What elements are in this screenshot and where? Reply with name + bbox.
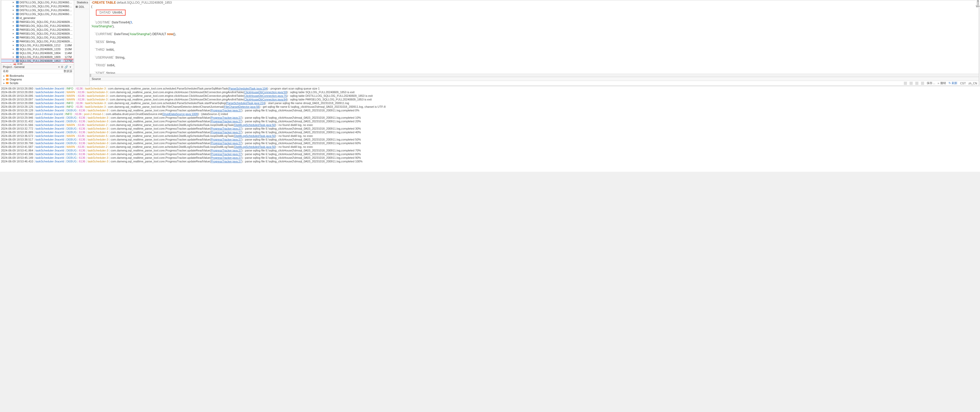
status-refresh-link[interactable]: ↻ 刷新	[948, 81, 958, 85]
tree-item[interactable]: ▸PARSELOG_SQLLOG_FULL20240609_1212	[1, 20, 74, 24]
tree-item[interactable]: ▸id_generator	[1, 16, 74, 20]
tab-ddl[interactable]: DDL	[74, 5, 89, 9]
editor-horizontal-scrollbar[interactable]	[90, 73, 979, 77]
expand-arrow-icon[interactable]: ▸	[13, 32, 15, 35]
status-swap-icon[interactable]	[910, 82, 913, 85]
expand-arrow-icon[interactable]: ▸	[3, 81, 6, 85]
table-icon	[16, 59, 19, 62]
status-search-icon[interactable]	[904, 82, 907, 85]
table-icon	[16, 5, 19, 8]
tree-item[interactable]: ▸PARSELOG_SQLLOG_FULL20240609_1809	[1, 35, 74, 39]
expand-arrow-icon[interactable]: ▸	[13, 59, 15, 62]
expand-arrow-icon[interactable]: ▸	[13, 0, 15, 4]
project-item[interactable]: ▸Bookmarks	[1, 74, 74, 78]
source-tab[interactable]: Source	[90, 77, 979, 81]
source-link[interactable]: ProgressTracker.java:27	[211, 153, 242, 156]
tree-item[interactable]: ▸PARSELOG_SQLLOG_FULL20240609_1220	[1, 24, 74, 27]
source-link[interactable]: ProgressTracker.java:27	[211, 149, 242, 152]
source-link[interactable]: ProgressTracker.java:27	[211, 131, 242, 134]
project-panel-close-icon[interactable]: ×	[58, 65, 60, 69]
expand-arrow-icon[interactable]: ▸	[13, 36, 15, 39]
source-link[interactable]: ProgressTracker.java:27	[211, 138, 242, 141]
tree-item[interactable]: ▸SQLLOG_FULL20240609_1809127M	[1, 55, 74, 59]
tree-item[interactable]: ▸SQLLOG_FULL20240609_1804114M	[1, 51, 74, 55]
project-menu-icon[interactable]: ▾	[68, 65, 72, 69]
source-link[interactable]: ParseScheduledTask.java:224	[226, 102, 265, 105]
log-line: 2024-06-09 18:53:38.517 | taskScheduler-…	[1, 138, 979, 141]
source-link[interactable]: DistillLogScheduledTask.java:50	[234, 145, 275, 149]
expand-arrow-icon[interactable]: ▸	[13, 24, 15, 27]
project-link-icon[interactable]: 🔗	[64, 65, 68, 69]
expand-arrow-icon[interactable]: ▸	[3, 74, 6, 78]
scrollbar-thumb[interactable]	[90, 74, 91, 77]
tree-item[interactable]: ▸SQLLOG_FULL20240609_1212118M	[1, 43, 74, 47]
tree-item[interactable]: ▸DISTILLLOG_SQLLOG_FULL20240609_1807	[1, 4, 74, 8]
tree-item[interactable]: ▸PARSELOG_SQLLOG_FULL20240609_1853	[1, 39, 74, 43]
project-col-datasource: 数据源	[64, 69, 72, 73]
source-link[interactable]: DistillLogScheduledTask.java:50	[234, 134, 275, 137]
status-undo-link[interactable]: ▹ 撤销	[938, 81, 946, 85]
source-link[interactable]: ProgressTracker.java:27	[211, 156, 242, 159]
project-item[interactable]: ▸Scripts	[1, 81, 74, 85]
console-log-pane[interactable]: 2024-06-09 18:53:28.060 | taskScheduler-…	[0, 87, 980, 172]
expand-arrow-icon[interactable]: ▸	[13, 8, 15, 12]
table-icon	[16, 48, 19, 51]
status-save-link[interactable]: 保存…	[927, 81, 935, 85]
tree-item[interactable]: ▸DISTILLLOG_SQLLOG_FULL20240609_1853	[1, 12, 74, 16]
expand-arrow-icon[interactable]: ▸	[13, 28, 15, 31]
project-panel-title: Project - General	[3, 65, 58, 69]
tree-item-label: PARSELOG_SQLLOG_FULL20240609_1212	[19, 20, 73, 24]
table-icon	[16, 13, 19, 16]
ddl-icon	[76, 6, 78, 8]
tree-item[interactable]: ▸PARSELOG_SQLLOG_FULL20240609_1807	[1, 32, 74, 35]
expand-arrow-icon[interactable]: ▸	[13, 55, 15, 59]
expand-arrow-icon[interactable]: ▸	[13, 20, 15, 24]
project-item[interactable]: ▸Diagrams	[1, 78, 74, 81]
tree-item-label: DISTILLLOG_SQLLOG_FULL20240609_1804	[19, 1, 73, 4]
source-link[interactable]: ParseScheduledTask.java:104	[229, 87, 267, 90]
source-link[interactable]: DruidDataSource.java:1009	[163, 112, 198, 115]
source-link[interactable]: ProgressTracker.java:27	[211, 142, 242, 145]
tree-item[interactable]: ▸DISTILLLOG_SQLLOG_FULL20240609_1804	[1, 0, 74, 4]
expand-arrow-icon[interactable]: ▸	[13, 47, 15, 51]
folder-icon	[6, 75, 9, 77]
project-tree[interactable]: ▸Bookmarks▸Diagrams▸Scripts	[1, 73, 74, 85]
source-link[interactable]: ProgressTracker.java:27	[211, 160, 242, 163]
tree-item-label: PARSELOG_SQLLOG_FULL20240609_1804	[19, 28, 73, 31]
source-link[interactable]: ClickHouseDbConnection.java:59	[244, 91, 287, 94]
tree-item[interactable]: ▸SQLLOG_FULL20240609_1220153M	[1, 47, 74, 51]
tree-item[interactable]: ▸DISTILLLOG_SQLLOG_FULL20240609_1809	[1, 8, 74, 12]
tree-item-label: DISTILLLOG_SQLLOG_FULL20240609_1853	[19, 13, 73, 16]
log-line: 2024-06-09 18:53:41.587 | taskScheduler-…	[1, 145, 979, 149]
source-link[interactable]: ProgressTracker.java:27	[211, 127, 242, 130]
tree-item[interactable]: ▸SQLLOG_FULL20240609_1853127M	[1, 59, 74, 63]
source-link[interactable]: ProgressTracker.java:27	[211, 120, 242, 123]
sql-editor[interactable]: -CREATE TABLE default.SQLLOG_FULL2024060…	[90, 0, 979, 73]
source-link[interactable]: ProgressTracker.java:27	[211, 116, 242, 119]
table-icon	[16, 20, 19, 24]
expand-arrow-icon[interactable]: ▸	[13, 51, 15, 55]
expand-arrow-icon[interactable]: ▸	[13, 5, 15, 8]
expand-arrow-icon[interactable]: ▸	[13, 40, 15, 43]
expand-arrow-icon[interactable]: ▸	[13, 12, 15, 16]
source-link[interactable]: ProgressTracker.java:27	[211, 109, 242, 112]
tree-item[interactable]: ▸PARSELOG_SQLLOG_FULL20240609_1804	[1, 27, 74, 32]
source-link[interactable]: ClickHouseDbConnection.java:75	[244, 94, 287, 97]
tree-item[interactable]: ▸视图	[1, 63, 74, 65]
status-grid-icon[interactable]	[921, 82, 924, 85]
expand-arrow-icon[interactable]: ▸	[13, 16, 15, 19]
status-copy-icon[interactable]	[915, 82, 918, 85]
log-line: 2024-06-09 18:53:28.540 | pool-2-thread-…	[1, 112, 979, 116]
tab-statistics[interactable]: Statistics	[74, 0, 89, 5]
expand-arrow-icon[interactable]: ▸	[3, 78, 6, 81]
source-link[interactable]: FileCharsetDetector.java:56	[224, 105, 259, 108]
source-link[interactable]: ClickHouseDbConnection.java:84	[244, 98, 287, 101]
log-line: 2024-06-09 18:53:35.889 | taskScheduler-…	[1, 130, 979, 134]
project-gear-icon[interactable]: ⚙	[60, 65, 64, 69]
tree-item-size: 118M	[64, 44, 73, 47]
db-navigator-tree[interactable]: ▸DISTILLLOG_SQLLOG_FULL20240609_1804▸DIS…	[1, 0, 74, 65]
log-line: 2024-06-09 18:53:28.060 | taskScheduler-…	[1, 87, 979, 90]
source-link[interactable]: DistillLogScheduledTask.java:50	[234, 123, 275, 126]
expand-arrow-icon[interactable]: ▸	[13, 43, 15, 47]
editor-status-bar: 保存… ▹ 撤销 ↻ 刷新 CST zh_CN	[90, 81, 979, 85]
